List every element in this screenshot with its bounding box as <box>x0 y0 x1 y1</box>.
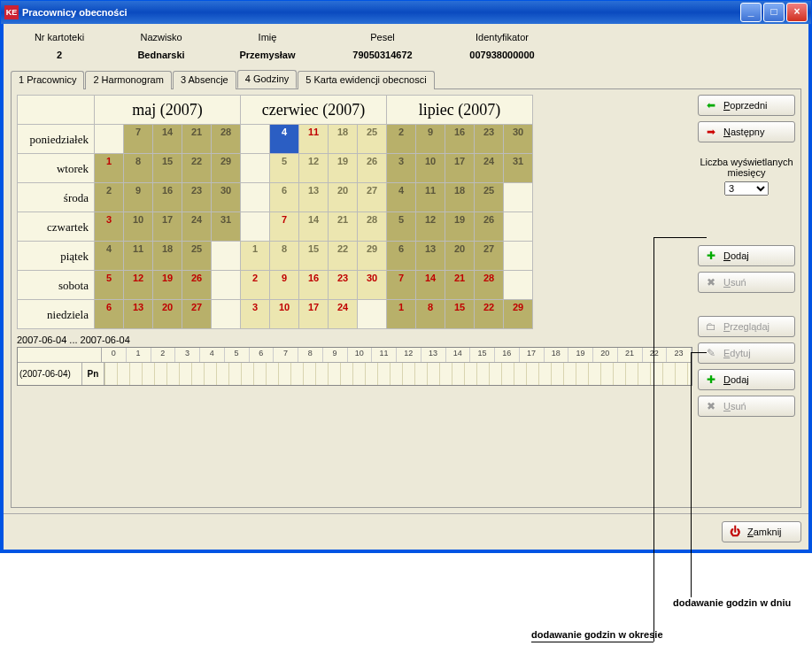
calendar-cell[interactable]: 31 <box>212 212 241 242</box>
calendar-cell[interactable]: 30 <box>212 183 241 212</box>
calendar-cell[interactable]: 18 <box>329 125 358 154</box>
calendar-cell[interactable]: 25 <box>475 183 504 212</box>
minimize-button[interactable]: _ <box>740 3 762 22</box>
calendar-cell[interactable]: 4 <box>95 242 124 271</box>
calendar-cell[interactable]: 17 <box>153 212 182 242</box>
calendar-cell[interactable]: 21 <box>182 125 212 154</box>
calendar-cell[interactable]: 10 <box>270 300 299 329</box>
calendar-cell[interactable]: 5 <box>95 271 124 300</box>
tab-pracownicy[interactable]: 1 Pracownicy <box>11 71 84 89</box>
calendar-cell[interactable]: 23 <box>329 271 358 300</box>
calendar-cell[interactable]: 4 <box>270 125 299 154</box>
calendar-cell[interactable]: 26 <box>475 212 504 242</box>
calendar-cell[interactable]: 12 <box>299 154 329 183</box>
calendar-cell[interactable]: 28 <box>475 271 504 300</box>
calendar[interactable]: maj (2007)czerwiec (2007)lipiec (2007)po… <box>17 95 533 329</box>
delete-period-button[interactable]: ✖ Usuń <box>698 272 795 293</box>
calendar-cell[interactable]: 29 <box>504 300 533 329</box>
calendar-cell[interactable]: 2 <box>95 183 124 212</box>
calendar-cell[interactable]: 8 <box>124 154 153 183</box>
calendar-cell[interactable]: 20 <box>153 300 182 329</box>
calendar-cell[interactable]: 19 <box>329 154 358 183</box>
calendar-cell[interactable]: 27 <box>182 300 212 329</box>
calendar-cell[interactable]: 13 <box>124 300 153 329</box>
calendar-cell[interactable]: 15 <box>153 154 182 183</box>
calendar-cell[interactable]: 28 <box>212 125 241 154</box>
calendar-cell[interactable]: 21 <box>329 212 358 242</box>
calendar-cell[interactable]: 10 <box>416 154 445 183</box>
calendar-cell[interactable]: 5 <box>270 154 299 183</box>
next-button[interactable]: ➡ Następny <box>698 121 795 142</box>
calendar-cell[interactable]: 26 <box>358 154 387 183</box>
maximize-button[interactable]: □ <box>763 3 785 22</box>
calendar-cell[interactable]: 30 <box>358 271 387 300</box>
delete-day-button[interactable]: ✖ Usuń <box>698 396 795 417</box>
calendar-cell[interactable]: 17 <box>299 300 329 329</box>
calendar-cell[interactable]: 29 <box>358 242 387 271</box>
add-day-button[interactable]: ✚ Dodaj <box>698 369 795 390</box>
timeline[interactable]: 01234567891011121314151617181920212223 (… <box>17 347 692 386</box>
calendar-cell[interactable]: 3 <box>241 300 270 329</box>
calendar-cell[interactable] <box>212 271 241 300</box>
calendar-cell[interactable]: 15 <box>445 300 475 329</box>
calendar-cell[interactable]: 9 <box>416 125 445 154</box>
calendar-cell[interactable]: 13 <box>299 183 329 212</box>
calendar-cell[interactable]: 20 <box>445 242 475 271</box>
calendar-cell[interactable]: 3 <box>387 154 416 183</box>
timeline-grid[interactable] <box>104 363 692 385</box>
add-period-button[interactable]: ✚ Dodaj <box>698 245 795 266</box>
calendar-cell[interactable]: 7 <box>270 212 299 242</box>
calendar-cell[interactable]: 22 <box>475 300 504 329</box>
calendar-cell[interactable]: 16 <box>153 183 182 212</box>
calendar-cell[interactable]: 18 <box>445 183 475 212</box>
calendar-cell[interactable]: 6 <box>270 183 299 212</box>
edit-button[interactable]: ✎ Edytuj <box>698 342 795 364</box>
calendar-cell[interactable] <box>504 183 533 212</box>
calendar-cell[interactable]: 5 <box>387 212 416 242</box>
calendar-cell[interactable]: 14 <box>299 212 329 242</box>
calendar-cell[interactable]: 6 <box>387 242 416 271</box>
tab-karta[interactable]: 5 Karta ewidencji obecnosci <box>298 71 434 89</box>
calendar-cell[interactable]: 27 <box>475 242 504 271</box>
calendar-cell[interactable]: 30 <box>504 125 533 154</box>
calendar-cell[interactable]: 14 <box>153 125 182 154</box>
close-button[interactable]: × <box>786 3 808 22</box>
calendar-cell[interactable] <box>504 242 533 271</box>
calendar-cell[interactable]: 10 <box>124 212 153 242</box>
prev-button[interactable]: ⬅ Poprzedni <box>698 95 795 116</box>
close-form-button[interactable]: ⏻ Zamknij <box>722 521 801 542</box>
calendar-cell[interactable]: 1 <box>241 242 270 271</box>
calendar-cell[interactable] <box>358 300 387 329</box>
tab-godziny[interactable]: 4 Godziny <box>237 70 298 88</box>
calendar-cell[interactable]: 3 <box>95 212 124 242</box>
calendar-cell[interactable]: 1 <box>95 154 124 183</box>
calendar-cell[interactable]: 16 <box>445 125 475 154</box>
calendar-cell[interactable]: 2 <box>241 271 270 300</box>
calendar-cell[interactable]: 18 <box>153 242 182 271</box>
calendar-cell[interactable]: 19 <box>445 212 475 242</box>
calendar-cell[interactable]: 11 <box>299 125 329 154</box>
calendar-cell[interactable]: 8 <box>270 242 299 271</box>
calendar-cell[interactable]: 24 <box>329 300 358 329</box>
calendar-cell[interactable]: 27 <box>358 183 387 212</box>
calendar-cell[interactable]: 25 <box>358 125 387 154</box>
calendar-cell[interactable]: 11 <box>124 242 153 271</box>
calendar-cell[interactable] <box>241 183 270 212</box>
calendar-cell[interactable]: 25 <box>182 242 212 271</box>
calendar-cell[interactable]: 20 <box>329 183 358 212</box>
calendar-cell[interactable]: 23 <box>182 183 212 212</box>
calendar-cell[interactable]: 2 <box>387 125 416 154</box>
calendar-cell[interactable]: 22 <box>182 154 212 183</box>
calendar-cell[interactable] <box>241 125 270 154</box>
calendar-cell[interactable] <box>212 242 241 271</box>
calendar-cell[interactable]: 28 <box>358 212 387 242</box>
calendar-cell[interactable] <box>504 271 533 300</box>
calendar-cell[interactable]: 9 <box>124 183 153 212</box>
calendar-cell[interactable]: 7 <box>124 125 153 154</box>
calendar-cell[interactable]: 16 <box>299 271 329 300</box>
calendar-cell[interactable]: 29 <box>212 154 241 183</box>
calendar-cell[interactable] <box>212 300 241 329</box>
calendar-cell[interactable]: 8 <box>416 300 445 329</box>
calendar-cell[interactable]: 4 <box>387 183 416 212</box>
calendar-cell[interactable]: 11 <box>416 183 445 212</box>
